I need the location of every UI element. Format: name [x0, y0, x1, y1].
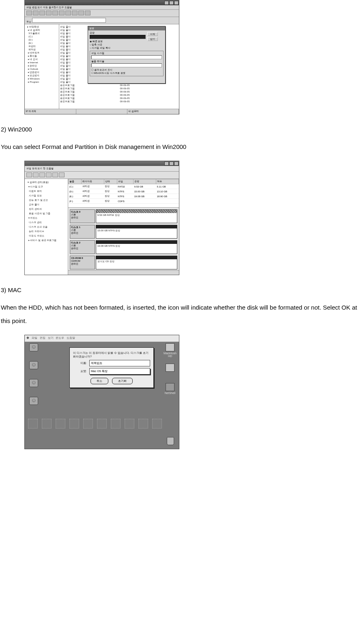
group-filesystem: 파일 시스템 — [91, 52, 162, 54]
disk-label: CD-ROM 0CDROM온라인 — [70, 256, 95, 269]
maximize-icon — [169, 1, 174, 5]
console-tree: ▾ 컴퓨터 관리(로컬) ▾ 시스템 도구 이벤트 뷰어 시스템 정보 성능 로… — [25, 179, 68, 275]
dock-item[interactable] — [69, 419, 80, 435]
opt-sysfiles[interactable]: ○ 시스템 파일 복사 — [90, 46, 146, 50]
hd-icon[interactable] — [164, 364, 177, 372]
disk-label: 디스크 0기본온라인 — [70, 209, 95, 223]
file-list: 파일 폴더파일 폴더파일 폴더파일 폴더 파일 폴더파일 폴더파일 폴더파일 폴… — [59, 24, 179, 110]
finder-icon[interactable] — [27, 361, 40, 370]
dock-item[interactable] — [41, 419, 52, 435]
window-titlebar — [25, 161, 179, 166]
partition-bar[interactable]: 19.08 GB NTFS 정상 — [96, 240, 177, 254]
window-titlebar — [25, 0, 179, 5]
menu-bar: 파일 편집 보기 이동 즐겨찾기 도구 도움말 — [25, 5, 179, 10]
init-dialog: 이 디스크는 이 컴퓨터에서 읽을 수 없습니다. 디스크를 초기화하겠습니까?… — [69, 347, 154, 388]
format-dialog: 포맷 용량 ◉ 빠른 포맷 ○ 압축 사용 ○ 시스템 파일 복사 — [88, 26, 166, 84]
dock-item[interactable] — [151, 419, 163, 435]
toolbar — [25, 10, 179, 17]
minimize-icon — [164, 1, 169, 5]
filesystem-field[interactable] — [91, 55, 162, 59]
figure-win98-format: 파일 편집 보기 이동 즐겨찾기 도구 도움말 주소 ▸ 바탕화면 ▸ 내 컴퓨… — [24, 0, 179, 114]
maximize-icon — [169, 161, 174, 166]
status-bar — [68, 270, 179, 275]
trash-icon[interactable] — [165, 437, 176, 446]
opt-compress[interactable]: ○ 압축 사용 — [90, 43, 146, 46]
dialog-message: 이 디스크는 이 컴퓨터에서 읽을 수 없습니다. 디스크를 초기화하겠습니까? — [73, 351, 150, 358]
status-bar: 37개 개체내 컴퓨터 — [25, 109, 179, 114]
cancel-button[interactable]: 취소 — [90, 378, 108, 384]
volume-grid: 볼륨레이아웃상태파일용량여유 (C:)파티션정상FAT329.53 GB5.11… — [68, 179, 179, 208]
dock-item[interactable] — [55, 419, 66, 435]
opt-quick[interactable]: ◉ 빠른 포맷 — [90, 40, 146, 43]
dock-item[interactable] — [124, 419, 135, 435]
menu-bar: 파일 동작 보기 창 도움말 — [25, 166, 179, 172]
format-select[interactable]: Mac OS 확장 — [89, 368, 150, 375]
label-field[interactable] — [91, 63, 162, 67]
dock-item[interactable] — [82, 419, 94, 435]
close-icon — [174, 161, 179, 166]
name-label: 이름: — [73, 361, 89, 365]
harddisk-icon — [166, 364, 174, 372]
group-capacity: 용량 — [90, 32, 146, 34]
harddisk-icon — [166, 343, 174, 351]
section-3-heading: 3) MAC — [1, 286, 364, 293]
section-2-heading: 2) Win2000 — [1, 126, 364, 133]
disk-label: 디스크 2기본온라인 — [70, 240, 95, 254]
start-button[interactable]: 시작 — [147, 32, 158, 36]
toolbar — [25, 172, 179, 179]
disk-layout: 디스크 0기본온라인9.53 GB FAT32 정상디스크 1기본온라인15.0… — [68, 208, 179, 270]
finder-icon[interactable] — [27, 343, 40, 352]
netshell-icon[interactable]: NetShell — [164, 383, 177, 394]
mac-menubar: ◆ 파일 편집 보기 윈도우 도움말 — [25, 335, 179, 342]
partition-bar[interactable]: 9.53 GB FAT32 정상 — [96, 209, 177, 223]
minimize-icon — [164, 161, 169, 166]
dock — [25, 419, 179, 435]
dock-item[interactable] — [27, 419, 39, 435]
figure-win2000-diskmgmt: 파일 동작 보기 창 도움말 ▾ 컴퓨터 관리(로컬) ▾ 시스템 도구 이벤트… — [24, 161, 179, 275]
dock-item[interactable] — [138, 419, 149, 435]
format-label: 포맷: — [73, 369, 89, 373]
group-label: 볼륨 레이블 — [91, 60, 162, 62]
name-field[interactable]: 제목없음 — [89, 360, 150, 366]
globe-icon — [166, 383, 174, 391]
folder-tree: ▸ 바탕화면 ▸ 내 컴퓨터 3.5 플로피 (C:) (D:) (E:) 프린… — [25, 24, 59, 110]
partition-bar[interactable]: 오디오 CD 정상 — [96, 256, 177, 269]
section-2-text: You can select Format and Partition in D… — [1, 140, 364, 153]
partition-bar[interactable]: 15.00 GB NTFS 정상 — [96, 225, 177, 239]
hd-icon[interactable]: Macintosh HD — [164, 343, 177, 357]
close-button[interactable]: 닫기 — [147, 37, 158, 41]
address-bar: 주소 — [25, 17, 179, 24]
section-3-text: When the HDD, which has not been formate… — [1, 301, 364, 327]
figure-mac-desktop: ◆ 파일 편집 보기 윈도우 도움말 Macintosh HD NetShell… — [24, 335, 179, 449]
finder-icon[interactable] — [27, 379, 40, 388]
dock-item[interactable] — [96, 419, 108, 435]
disk-label: 디스크 1기본온라인 — [70, 225, 95, 239]
dialog-title: 포맷 — [88, 26, 165, 30]
close-icon — [174, 1, 179, 5]
dock-item[interactable] — [110, 419, 121, 435]
capacity-select[interactable] — [90, 35, 146, 39]
finder-icon[interactable] — [27, 397, 40, 405]
ok-button[interactable]: 초기화 — [112, 378, 133, 384]
